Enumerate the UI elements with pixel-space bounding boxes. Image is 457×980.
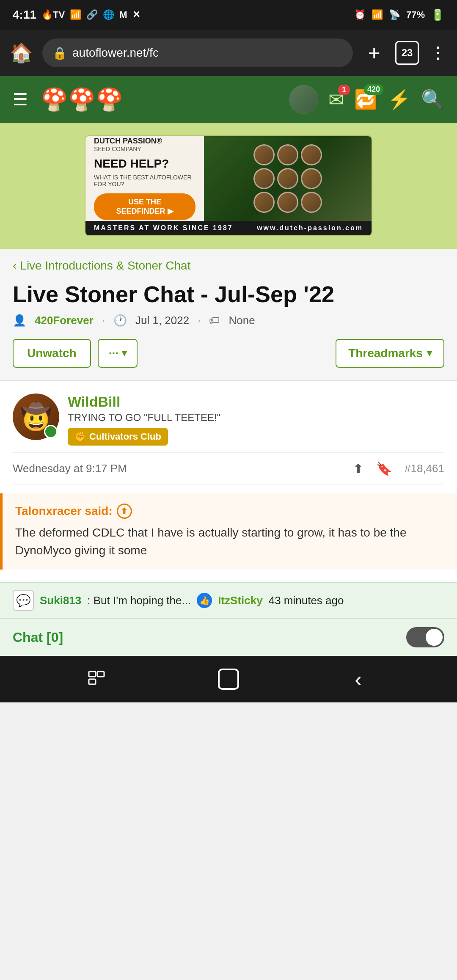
seed-circle-4	[253, 168, 275, 189]
quote-author-text[interactable]: Talonxracer said:	[15, 504, 113, 518]
ad-top: DUTCH PASSION® SEED COMPANY NEED HELP? W…	[85, 136, 372, 221]
seedfinder-button[interactable]: USE THE SEEDFINDER ▶	[94, 193, 195, 220]
ad-banner: DUTCH PASSION® SEED COMPANY NEED HELP? W…	[0, 123, 457, 249]
post-author[interactable]: 420Forever	[35, 314, 94, 327]
author-icon: 👤	[13, 314, 26, 327]
chat-count: [0]	[47, 630, 63, 645]
post-meta-right: ⬆ 🔖 #18,461	[353, 461, 444, 476]
brand-sub: SEED COMPANY	[94, 146, 141, 152]
share-icon[interactable]: ⬆	[353, 461, 363, 476]
post-timestamp: Wednesday at 9:17 PM	[13, 462, 127, 475]
seed-circle-1	[253, 144, 275, 165]
notifications-button[interactable]: 🔁 420	[354, 88, 377, 110]
seed-circle-5	[277, 168, 298, 189]
threadmarks-button[interactable]: Threadmarks ▾	[336, 339, 444, 368]
chat-message-icon: 💬	[13, 590, 34, 611]
hamburger-menu-icon[interactable]: ☰	[13, 90, 28, 109]
site-logo[interactable]: 🍄🍄🍄	[41, 87, 123, 113]
main-content: ‹ Live Introductions & Stoner Chat Live …	[0, 249, 457, 582]
chat-time-ago: 43 minutes ago	[269, 594, 344, 607]
new-tab-button[interactable]: +	[361, 41, 387, 65]
action-row: Unwatch ··· ▾ Threadmarks ▾	[13, 339, 444, 380]
more-chevron-icon: ▾	[122, 348, 127, 359]
chat-footer: Chat [0]	[0, 618, 457, 656]
signal-icon-2: 🔗	[86, 9, 98, 20]
breadcrumb: ‹ Live Introductions & Stoner Chat	[13, 249, 444, 277]
lightning-icon[interactable]: ⚡	[388, 88, 411, 110]
notifications-badge: 420	[364, 84, 383, 95]
user-avatar[interactable]	[289, 85, 318, 114]
ad-subtext: WHAT IS THE BEST AUTOFLOWER FOR YOU?	[94, 174, 195, 187]
chat-sender-name: Suki813	[40, 594, 81, 607]
mail-badge: 1	[338, 85, 350, 95]
post-username[interactable]: WildBill	[68, 394, 444, 410]
logo-mushroom-icon: 🍄🍄🍄	[41, 87, 123, 113]
nav-back-button[interactable]: ‹	[341, 667, 375, 691]
ad-headline: NEED HELP?	[94, 157, 169, 171]
status-left: 4:11 🔥TV 📶 🔗 🌐 M ✕	[13, 8, 140, 22]
alarm-icon: ⏰	[354, 9, 366, 20]
more-options-button[interactable]: ··· ▾	[98, 339, 138, 368]
quote-block: Talonxracer said: ⬆ The deformed CDLC th…	[0, 493, 457, 570]
breadcrumb-link[interactable]: Live Introductions & Stoner Chat	[20, 259, 190, 273]
clock-icon: 🕐	[113, 314, 127, 327]
url-text: autoflower.net/fc	[72, 46, 159, 60]
wifi-icon: 📶	[372, 9, 383, 20]
avatar-image	[289, 85, 318, 114]
quote-author: Talonxracer said: ⬆	[15, 504, 444, 519]
lock-icon: 🔒	[52, 46, 67, 60]
ad-inner[interactable]: DUTCH PASSION® SEED COMPANY NEED HELP? W…	[85, 135, 372, 236]
chat-message-preview: : But I'm hoping the...	[87, 594, 191, 607]
cultivators-club-badge: ✊ Cultivators Club	[68, 428, 168, 446]
quote-text: The deformed CDLC that I have is actuall…	[15, 524, 444, 559]
post-avatar[interactable]: 🤠	[13, 394, 59, 440]
cell-icon: 📡	[389, 9, 400, 20]
svg-rect-1	[89, 672, 96, 677]
post-number: #18,461	[405, 462, 444, 475]
tabs-count-button[interactable]: 23	[395, 41, 419, 65]
nav-recent-apps-button[interactable]	[82, 671, 116, 688]
online-indicator	[44, 425, 58, 438]
post-tags: None	[228, 314, 255, 327]
bottom-navigation: ‹	[0, 656, 457, 702]
post-meta-row: 👤 420Forever · 🕐 Jul 1, 2022 · 🏷 None	[13, 314, 444, 339]
ad-right-panel	[204, 136, 372, 221]
seed-circle-3	[301, 144, 322, 165]
chat-label: Chat [0]	[13, 630, 63, 645]
threadmarks-chevron-icon: ▾	[427, 348, 432, 359]
mail-button[interactable]: ✉ 1	[328, 89, 344, 110]
post-card: 🤠 WildBill TRYING TO GO "FULL TEETEE!" ✊…	[0, 381, 457, 582]
post-date: Jul 1, 2022	[135, 314, 189, 327]
unwatch-button[interactable]: Unwatch	[13, 339, 91, 368]
more-dots-icon: ···	[109, 347, 118, 360]
mail-status-icon: M	[119, 9, 127, 20]
home-button[interactable]: 🏠	[8, 42, 34, 64]
browser-icon: 🌐	[103, 9, 114, 20]
chat-mentioned-user: ItzSticky	[218, 594, 263, 607]
home-square-icon	[218, 669, 239, 690]
chat-toggle-button[interactable]	[406, 627, 444, 647]
svg-rect-2	[97, 672, 104, 677]
status-time: 4:11	[13, 8, 36, 22]
chat-like-icon: 👍	[197, 593, 212, 608]
x-icon: ✕	[132, 9, 140, 20]
search-icon[interactable]: 🔍	[421, 88, 444, 110]
url-bar[interactable]: 🔒 autoflower.net/fc	[42, 39, 353, 67]
browser-menu-button[interactable]: ⋮	[427, 44, 449, 62]
svg-point-0	[47, 428, 54, 435]
site-header: ☰ 🍄🍄🍄 ✉ 1 🔁 420 ⚡ 🔍	[0, 76, 457, 123]
status-bar: 4:11 🔥TV 📶 🔗 🌐 M ✕ ⏰ 📶 📡 77% 🔋	[0, 0, 457, 30]
chat-notification-bar[interactable]: 💬 Suki813 : But I'm hoping the... 👍 ItzS…	[0, 582, 457, 618]
badge-fist-icon: ✊	[74, 431, 86, 442]
breadcrumb-arrow-icon: ‹	[13, 259, 17, 273]
seed-circle-2	[277, 144, 298, 165]
badge-label: Cultivators Club	[89, 431, 161, 442]
post-meta-left: Wednesday at 9:17 PM	[13, 462, 127, 475]
bookmark-icon[interactable]: 🔖	[376, 461, 392, 476]
ad-footer-right: www.dutch-passion.com	[257, 224, 363, 232]
status-right: ⏰ 📶 📡 77% 🔋	[354, 8, 444, 22]
quote-upvote-icon[interactable]: ⬆	[117, 504, 132, 519]
signal-icon-1: 📶	[70, 9, 81, 20]
nav-home-button[interactable]	[212, 669, 245, 690]
firetv-icon: 🔥TV	[41, 9, 65, 20]
